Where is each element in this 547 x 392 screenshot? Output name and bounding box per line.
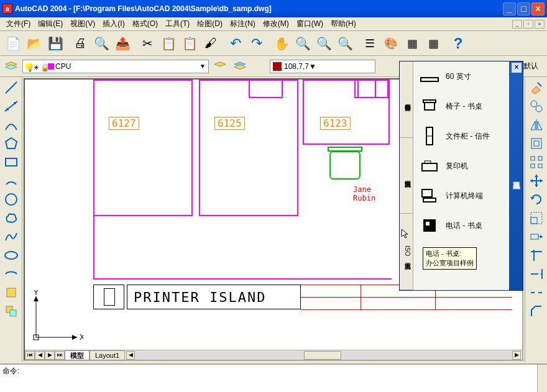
- layer-manager-button[interactable]: [2, 58, 20, 75]
- svg-rect-50: [425, 103, 434, 110]
- paste-button[interactable]: [180, 34, 200, 53]
- svg-rect-59: [426, 222, 430, 226]
- svg-marker-4: [6, 138, 17, 148]
- svg-point-7: [5, 252, 17, 259]
- pan-button[interactable]: [272, 34, 292, 53]
- horizontal-scrollbar[interactable]: ◀ ▶: [126, 351, 521, 360]
- ellipse-button[interactable]: [2, 246, 21, 265]
- copy-button[interactable]: [159, 34, 178, 53]
- svg-rect-5: [6, 158, 17, 166]
- svg-rect-28: [531, 164, 535, 168]
- rotate-button[interactable]: [527, 190, 546, 209]
- scale-button[interactable]: [527, 209, 546, 227]
- palette-title-bar[interactable]: × 工具选项板: [509, 62, 523, 290]
- circle-button[interactable]: [2, 190, 21, 209]
- palette-item[interactable]: 文件柜 - 信件: [413, 121, 509, 151]
- palette-item[interactable]: 电话 - 书桌: [413, 211, 509, 240]
- zoom-previous-button[interactable]: [335, 34, 355, 53]
- help-button[interactable]: [448, 34, 468, 53]
- tab-prev-button[interactable]: ◀: [35, 351, 45, 360]
- menu-view[interactable]: 视图(V): [67, 17, 99, 30]
- menu-file[interactable]: 文件(F): [2, 17, 34, 30]
- menu-format[interactable]: 格式(O): [129, 17, 162, 30]
- make-block-button[interactable]: [2, 302, 21, 321]
- palette-tab[interactable]: 办公室项目样例: [400, 62, 413, 138]
- extend-button[interactable]: [527, 265, 546, 283]
- properties-button[interactable]: [360, 34, 380, 53]
- save-button[interactable]: [45, 34, 65, 53]
- spline-button[interactable]: [2, 227, 21, 246]
- menu-tools[interactable]: 工具(T): [162, 17, 193, 30]
- offset-button[interactable]: [527, 134, 546, 153]
- palette-item[interactable]: 复印机: [413, 151, 509, 181]
- palette-item[interactable]: 计算机终端: [413, 181, 509, 211]
- menu-dimension[interactable]: 标注(N): [226, 17, 259, 30]
- move-button[interactable]: [527, 171, 546, 190]
- tab-next-button[interactable]: ▶: [45, 351, 55, 360]
- tab-last-button[interactable]: ⏭: [55, 351, 65, 360]
- redo-button[interactable]: [247, 34, 267, 53]
- array-button[interactable]: [527, 153, 546, 171]
- modify-toolbar: [525, 77, 547, 362]
- trim-button[interactable]: [527, 246, 546, 265]
- stretch-button[interactable]: [527, 227, 546, 246]
- open-button[interactable]: [24, 34, 44, 53]
- mirror-button[interactable]: [527, 116, 546, 134]
- mdi-close[interactable]: ×: [535, 20, 545, 29]
- palette-tab[interactable]: 英制图案填充: [400, 138, 413, 214]
- layer-combo[interactable]: 💡 ☀ 🔒 CPU ▼: [22, 60, 209, 73]
- polygon-button[interactable]: [2, 134, 21, 153]
- arc-button[interactable]: [2, 171, 21, 190]
- designcenter-button[interactable]: [381, 34, 401, 53]
- mdi-restore[interactable]: ▫: [523, 20, 533, 29]
- copy-button[interactable]: [527, 97, 546, 116]
- tab-first-button[interactable]: ⏮: [25, 351, 35, 360]
- model-tab[interactable]: 模型: [65, 350, 90, 360]
- polyline-button[interactable]: [2, 116, 21, 134]
- cut-button[interactable]: [137, 34, 157, 53]
- menu-draw[interactable]: 绘图(D): [193, 17, 226, 30]
- ellipse-arc-button[interactable]: [2, 265, 21, 283]
- rectangle-button[interactable]: [2, 153, 21, 171]
- palette-item[interactable]: 椅子 - 书桌: [413, 91, 509, 121]
- print-preview-button[interactable]: [91, 34, 111, 53]
- minimize-button[interactable]: _: [503, 2, 516, 16]
- chamfer-button[interactable]: [527, 302, 546, 321]
- svg-text:X: X: [80, 333, 83, 342]
- zoom-window-button[interactable]: [314, 34, 334, 53]
- layer-states-button[interactable]: [231, 58, 249, 75]
- maximize-button[interactable]: □: [517, 2, 530, 16]
- menu-edit[interactable]: 编辑(E): [34, 17, 67, 30]
- palette-close-button[interactable]: ×: [512, 63, 522, 73]
- svg-marker-32: [535, 175, 538, 177]
- layout-tab[interactable]: Layout1: [90, 350, 125, 360]
- zoom-realtime-button[interactable]: [293, 34, 313, 53]
- insert-block-button[interactable]: [2, 283, 21, 302]
- palette-tab[interactable]: ISO 图案填充: [400, 214, 413, 290]
- menu-modify[interactable]: 修改(M): [259, 17, 293, 30]
- menu-window[interactable]: 窗口(W): [293, 17, 327, 30]
- erase-button[interactable]: [527, 78, 546, 97]
- match-properties-button[interactable]: [201, 34, 221, 53]
- layer-previous-button[interactable]: [211, 58, 229, 75]
- close-button[interactable]: ×: [531, 2, 545, 16]
- svg-rect-26: [531, 157, 535, 160]
- mdi-minimize[interactable]: _: [512, 20, 522, 29]
- print-button[interactable]: [70, 34, 90, 53]
- revision-cloud-button[interactable]: [2, 209, 21, 227]
- menu-insert[interactable]: 插入(I): [99, 17, 128, 30]
- break-button[interactable]: [527, 283, 546, 302]
- sheetset-button[interactable]: [423, 34, 443, 53]
- chevron-down-icon: ▼: [200, 63, 206, 70]
- undo-button[interactable]: [226, 34, 246, 53]
- command-line[interactable]: 命令:: [0, 363, 547, 392]
- new-button[interactable]: [3, 34, 23, 53]
- color-combo[interactable]: 108,7,7 ▼: [270, 60, 375, 73]
- line-button[interactable]: [2, 78, 21, 97]
- tool-palettes-button[interactable]: [402, 34, 422, 53]
- publish-button[interactable]: [113, 34, 132, 53]
- construction-line-button[interactable]: [2, 97, 21, 116]
- menu-help[interactable]: 帮助(H): [327, 17, 360, 30]
- command-scrollbar[interactable]: [537, 365, 547, 392]
- palette-item[interactable]: 60 英寸: [413, 62, 509, 91]
